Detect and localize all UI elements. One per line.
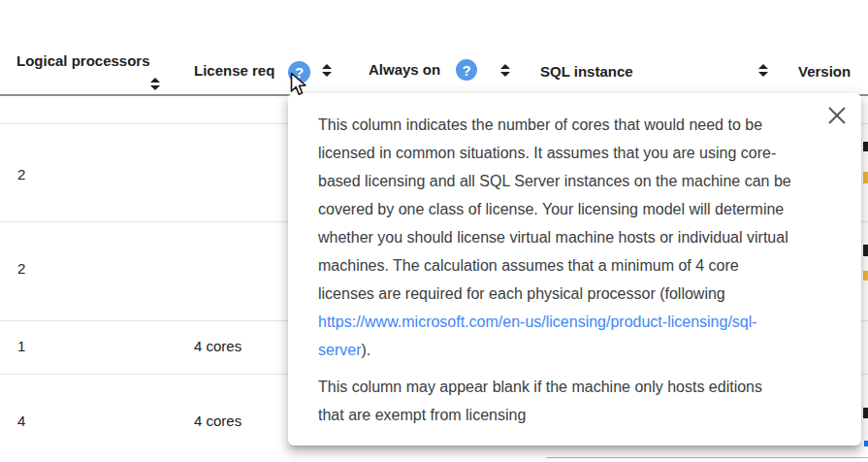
popover-text-line: covered by one class of license. Your li… bbox=[318, 195, 822, 223]
popover-text-line: that are exempt from licensing bbox=[318, 401, 822, 429]
column-header-logical-processors[interactable]: Logical processors bbox=[16, 52, 150, 69]
cell-logical-processors: 2 bbox=[17, 260, 25, 277]
clipped-cell-text bbox=[863, 245, 868, 256]
sort-down-arrow bbox=[500, 72, 510, 77]
cell-logical-processors: 4 bbox=[17, 412, 25, 429]
cell-license-req: 4 cores bbox=[194, 338, 241, 354]
row-sub-divider bbox=[546, 457, 868, 458]
popover-text-line: This column may appear blank if the mach… bbox=[318, 373, 822, 401]
popover-text-line: based licensing and all SQL Server insta… bbox=[318, 167, 822, 195]
column-header-version[interactable]: Version bbox=[798, 63, 851, 80]
column-header-license-req[interactable]: License req bbox=[194, 62, 274, 79]
clipped-warning-icon bbox=[863, 271, 868, 280]
sort-down-arrow bbox=[758, 72, 768, 77]
microsoft-licensing-link[interactable]: https://www.microsoft.com/en-us/licensin… bbox=[318, 314, 757, 330]
clipped-warning-icon bbox=[863, 172, 868, 183]
popover-text-after-link: ). bbox=[361, 342, 370, 358]
clipped-cell-text bbox=[863, 408, 868, 418]
sort-up-arrow bbox=[758, 64, 768, 69]
sort-down-arrow bbox=[322, 72, 332, 77]
sort-up-arrow bbox=[150, 78, 160, 82]
clipped-link-text bbox=[864, 441, 868, 446]
column-header-sql-instance[interactable]: SQL instance bbox=[540, 63, 633, 80]
popover-body: This column indicates the number of core… bbox=[318, 111, 822, 429]
popover-text-line: machines. The calculation assumes that a… bbox=[318, 251, 822, 280]
close-button[interactable] bbox=[824, 103, 850, 128]
sort-icon[interactable] bbox=[150, 78, 162, 90]
cell-logical-processors: 2 bbox=[17, 166, 25, 182]
license-req-help-popover: This column indicates the number of core… bbox=[288, 93, 861, 446]
sort-icon[interactable] bbox=[758, 64, 770, 77]
popover-text-line: licenses are required for each physical … bbox=[318, 280, 822, 308]
cell-license-req: 4 cores bbox=[194, 412, 241, 429]
microsoft-licensing-link[interactable]: server bbox=[318, 342, 361, 358]
help-icon[interactable]: ? bbox=[288, 61, 310, 83]
help-icon[interactable]: ? bbox=[456, 59, 477, 81]
popover-text-line: whether you should license virtual machi… bbox=[318, 223, 822, 251]
cell-logical-processors: 1 bbox=[17, 338, 25, 354]
sort-down-arrow bbox=[150, 85, 160, 90]
sort-up-arrow bbox=[500, 64, 510, 69]
sort-icon[interactable] bbox=[500, 64, 512, 77]
column-header-always-on[interactable]: Always on bbox=[369, 61, 440, 78]
popover-text-line: This column indicates the number of core… bbox=[318, 111, 822, 139]
close-icon bbox=[826, 105, 848, 126]
sort-icon[interactable] bbox=[322, 64, 334, 77]
sort-up-arrow bbox=[322, 64, 332, 69]
clipped-cell-text bbox=[863, 142, 868, 151]
popover-text-line: licensed in common situations. It assume… bbox=[318, 139, 822, 167]
